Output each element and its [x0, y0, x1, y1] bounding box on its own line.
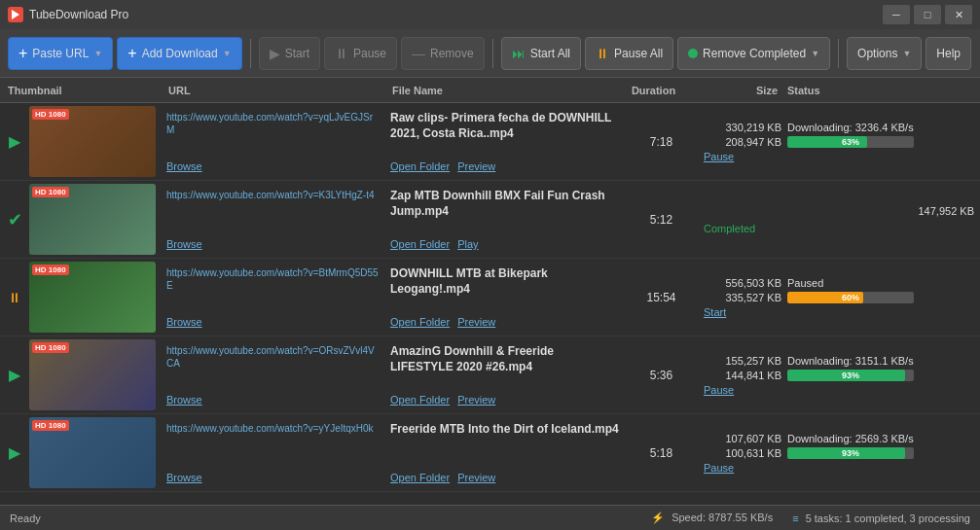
help-button[interactable]: Help [926, 37, 971, 70]
progress-bar: 63% [787, 136, 914, 148]
row-size-status: 147,952 KB Completed [698, 181, 980, 258]
row-state-icon[interactable]: ⏸ [0, 259, 29, 336]
separator-1 [250, 39, 251, 68]
row-url: https://www.youtube.com/watch?v=K3LYtHgZ… [166, 189, 379, 201]
play-icon[interactable]: ▶ [9, 132, 20, 151]
browse-link[interactable]: Browse [166, 316, 379, 328]
size-total: 107,607 KB [704, 433, 781, 444]
row-state-icon[interactable]: ✔ [0, 181, 29, 258]
row-url: https://www.youtube.com/watch?v=BtMrmQ5D… [166, 266, 379, 292]
row-url: https://www.youtube.com/watch?v=yYJeItqx… [166, 422, 379, 435]
thumb-color: HD 1080 [29, 262, 156, 333]
row-size-status: 107,607 KB Downloading: 2569.3 KB/s 100,… [698, 414, 980, 491]
add-download-button[interactable]: + Add Download ▼ [117, 37, 241, 70]
row-size-status: 155,257 KB Downloading: 3151.1 KB/s 144,… [698, 336, 980, 413]
col-thumbnail: Thumbnail [8, 85, 168, 96]
tasks-icon: ≡ [792, 512, 798, 524]
row-filename: Freeride MTB Into the Dirt of Iceland.mp… [390, 422, 619, 438]
row-url: https://www.youtube.com/watch?v=yqLJvEGJ… [166, 111, 379, 136]
size-total: 155,257 KB [704, 355, 781, 367]
row-file-actions: Open FolderPlay [390, 238, 619, 250]
row-duration: 7:18 [625, 103, 698, 180]
paste-url-button[interactable]: + Paste URL ▼ [8, 37, 113, 70]
file-action-link[interactable]: Open Folder [390, 160, 450, 172]
row-duration: 15:54 [625, 259, 698, 336]
row-state-icon[interactable]: ▶ [0, 336, 29, 413]
size-downloaded: 144,841 KB [704, 370, 781, 381]
browse-link[interactable]: Browse [166, 160, 379, 172]
start-all-button[interactable]: ⏭ Start All [501, 37, 581, 70]
table-row: ▶ HD 1080 https://www.youtube.com/watch?… [0, 103, 980, 181]
row-action-link[interactable]: Pause [704, 151, 974, 162]
row-file-actions: Open FolderPreview [390, 472, 619, 483]
file-action-link[interactable]: Preview [457, 316, 495, 328]
file-action-link[interactable]: Play [457, 238, 478, 250]
file-action-link[interactable]: Preview [457, 394, 495, 406]
row-url-cell: https://www.youtube.com/watch?v=K3LYtHgZ… [161, 181, 384, 258]
add-icon: + [127, 45, 136, 62]
thumb-bg: HD 1080 [29, 417, 156, 488]
paste-url-dropdown-icon: ▼ [93, 49, 102, 58]
row-thumbnail: HD 1080 [29, 181, 161, 258]
file-action-link[interactable]: Preview [457, 160, 495, 172]
row-filename-cell: Zap MTB Downhill BMX Fail Fun Crash Jump… [384, 181, 625, 258]
row-action-link[interactable]: Pause [704, 462, 974, 474]
row-url-cell: https://www.youtube.com/watch?v=ORsvZVvl… [161, 336, 384, 413]
titlebar: TubeDownload Pro ─ □ ✕ [0, 0, 980, 29]
app-icon [8, 7, 23, 22]
status-text: Downloading: 3151.1 KB/s [787, 355, 914, 367]
start-button[interactable]: ▶ Start [259, 37, 320, 70]
row-state-icon[interactable]: ▶ [0, 414, 29, 491]
play-icon[interactable]: ▶ [9, 366, 20, 384]
tasks-value: 5 tasks: 1 completed, 3 processing [806, 512, 970, 524]
col-url: URL [168, 85, 392, 96]
pause-icon: ⏸ [335, 46, 348, 61]
file-action-link[interactable]: Open Folder [390, 316, 450, 328]
size-total: 556,503 KB [704, 277, 781, 289]
browse-link[interactable]: Browse [166, 472, 379, 483]
pause-row-icon[interactable]: ⏸ [8, 290, 21, 305]
options-button[interactable]: Options ▼ [847, 37, 922, 70]
progress-label: 93% [787, 448, 914, 458]
start-all-icon: ⏭ [512, 46, 526, 61]
browse-link[interactable]: Browse [166, 394, 379, 406]
file-action-link[interactable]: Preview [457, 472, 495, 483]
row-thumbnail: HD 1080 [29, 336, 161, 413]
col-filename: File Name [392, 85, 617, 96]
status-text: Paused [787, 277, 823, 289]
minimize-button[interactable]: ─ [883, 5, 910, 24]
row-action-link[interactable]: Pause [704, 384, 974, 396]
remove-completed-button[interactable]: Remove Completed ▼ [677, 37, 830, 70]
status-ready: Ready [10, 512, 651, 524]
pause-button[interactable]: ⏸ Pause [324, 37, 397, 70]
window-controls: ─ □ ✕ [883, 5, 972, 24]
col-duration: Duration [617, 85, 690, 96]
pause-all-icon: ⏸ [596, 46, 609, 61]
status-speed: ⚡ Speed: 8787.55 KB/s [651, 512, 773, 524]
hd-badge: HD 1080 [32, 420, 69, 431]
row-state-icon[interactable]: ▶ [0, 103, 29, 180]
progress-bar: 93% [787, 447, 914, 459]
row-url: https://www.youtube.com/watch?v=ORsvZVvl… [166, 344, 379, 370]
size-downloaded: 100,631 KB [704, 447, 781, 459]
remove-button[interactable]: — Remove [401, 37, 485, 70]
file-action-link[interactable]: Open Folder [390, 238, 450, 250]
file-action-link[interactable]: Open Folder [390, 394, 450, 406]
thumb-bg: HD 1080 [29, 339, 156, 410]
hd-badge: HD 1080 [32, 187, 69, 197]
row-file-actions: Open FolderPreview [390, 160, 619, 172]
row-url-cell: https://www.youtube.com/watch?v=yYJeItqx… [161, 414, 384, 491]
browse-link[interactable]: Browse [166, 238, 379, 250]
row-action-link[interactable]: Start [704, 306, 974, 318]
row-thumbnail: HD 1080 [29, 414, 161, 491]
pause-all-button[interactable]: ⏸ Pause All [585, 37, 673, 70]
file-action-link[interactable]: Open Folder [390, 472, 450, 483]
column-header: Thumbnail URL File Name Duration Size St… [0, 78, 980, 103]
play-icon[interactable]: ▶ [9, 443, 20, 462]
col-status: Status [778, 85, 972, 96]
start-icon: ▶ [270, 46, 280, 61]
thumb-color: HD 1080 [29, 339, 156, 410]
maximize-button[interactable]: □ [914, 5, 941, 24]
close-button[interactable]: ✕ [945, 5, 972, 24]
check-icon: ✔ [8, 209, 22, 230]
